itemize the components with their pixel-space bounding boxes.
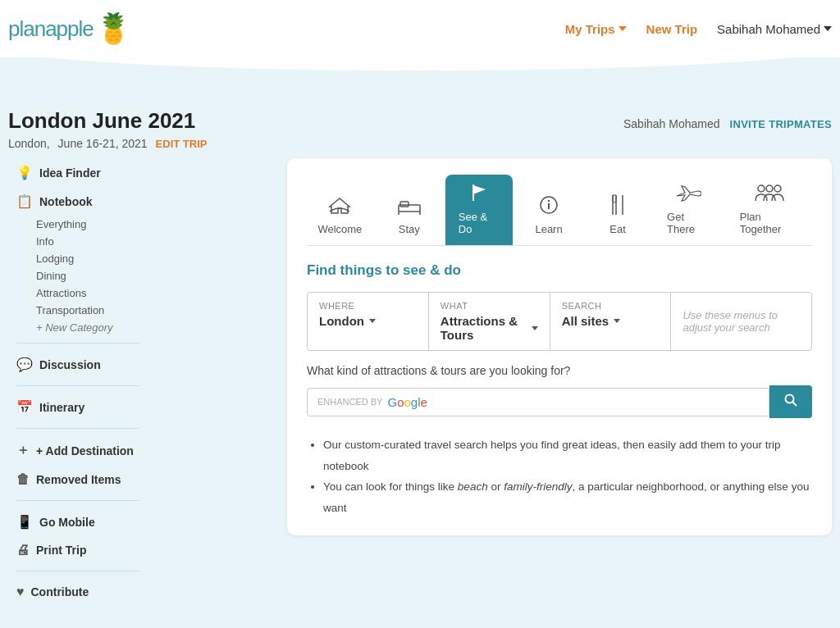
sidebar-sub-transportation[interactable]: Transportation xyxy=(31,302,148,319)
print-icon: 🖨 xyxy=(16,543,30,557)
search-question: What kind of attractions & tours are you… xyxy=(307,364,812,377)
tabs-row: Welcome Stay xyxy=(307,175,812,246)
flag-icon xyxy=(469,183,489,206)
info-bullet-2: You can look for things like beach or fa… xyxy=(323,476,812,518)
sidebar-new-category[interactable]: + New Category xyxy=(31,319,148,336)
nav-right: My Trips New Trip Sabihah Mohamed xyxy=(565,22,832,36)
lightbulb-icon: 💡 xyxy=(16,165,33,180)
svg-rect-1 xyxy=(400,202,409,207)
tab-eat[interactable]: Eat xyxy=(585,185,651,245)
search-value: All sites xyxy=(562,314,660,328)
sidebar-sub-dining[interactable]: Dining xyxy=(31,267,148,284)
new-trip-link[interactable]: New Trip xyxy=(646,22,698,36)
logo-text: planapple xyxy=(8,16,94,42)
tab-plan-together[interactable]: Plan Together xyxy=(727,175,812,245)
sidebar-divider-5 xyxy=(16,571,139,571)
fork-icon xyxy=(609,193,627,218)
what-filter[interactable]: WHAT Attractions & Tours xyxy=(429,293,550,350)
search-input[interactable] xyxy=(432,395,759,408)
heart-icon: ♥ xyxy=(16,585,25,599)
sidebar-item-idea-finder[interactable]: 💡 Idea Finder xyxy=(8,158,148,187)
what-label: WHAT xyxy=(441,301,538,311)
sidebar-sub-everything[interactable]: Everything xyxy=(31,216,148,233)
tab-learn-label: Learn xyxy=(535,223,562,235)
what-value: Attractions & Tours xyxy=(441,314,538,342)
svg-point-14 xyxy=(786,395,794,403)
two-col-layout: 💡 Idea Finder 📋 Notebook Everything Info… xyxy=(8,158,832,606)
where-label: WHERE xyxy=(319,301,417,311)
tab-see-do[interactable]: See & Do xyxy=(445,175,513,245)
enhanced-by-label: ENHANCED BY xyxy=(317,397,382,407)
tab-stay[interactable]: Stay xyxy=(377,189,442,245)
info-bullets: Our custom-curated travel search helps y… xyxy=(307,435,812,519)
sidebar: 💡 Idea Finder 📋 Notebook Everything Info… xyxy=(8,158,148,606)
removed-items-button[interactable]: 🗑 Removed Items xyxy=(8,466,148,494)
bed-icon xyxy=(397,197,422,218)
where-value: London xyxy=(319,314,417,328)
what-chevron-icon xyxy=(532,326,538,330)
main-content: Welcome Stay xyxy=(148,158,832,535)
sidebar-divider-2 xyxy=(16,385,139,386)
notebook-icon: 📋 xyxy=(16,193,33,209)
trash-icon: 🗑 xyxy=(16,472,30,487)
header: planapple 🍍 My Trips New Trip Sabihah Mo… xyxy=(0,0,840,57)
filter-hint: Use these menus to adjust your search xyxy=(671,293,811,350)
svg-point-13 xyxy=(774,185,781,192)
edit-trip-button[interactable]: EDIT TRIP xyxy=(156,138,208,150)
my-trips-link[interactable]: My Trips xyxy=(565,22,627,36)
tab-eat-label: Eat xyxy=(609,223,626,235)
logo-icon: 🍍 xyxy=(95,11,132,46)
tab-welcome[interactable]: Welcome xyxy=(307,189,373,245)
logo[interactable]: planapple 🍍 xyxy=(8,11,132,46)
sidebar-divider-1 xyxy=(16,343,139,344)
search-button[interactable] xyxy=(769,385,812,418)
invite-tripmates-button[interactable]: INVITE TRIPMATES xyxy=(730,118,832,130)
user-menu[interactable]: Sabihah Mohamed xyxy=(717,22,832,36)
contribute-button[interactable]: ♥ Contribute xyxy=(8,578,148,606)
sidebar-item-discussion[interactable]: 💬 Discussion xyxy=(8,350,148,379)
tab-welcome-label: Welcome xyxy=(317,223,362,235)
tab-see-do-label: See & Do xyxy=(459,211,500,235)
search-input-wrapper: ENHANCED BY Google xyxy=(307,388,769,416)
sidebar-item-notebook[interactable]: 📋 Notebook xyxy=(8,187,148,216)
info-icon xyxy=(539,195,559,218)
sidebar-notebook-section: 📋 Notebook Everything Info Lodging Dinin… xyxy=(8,187,148,336)
go-mobile-button[interactable]: 📱 Go Mobile xyxy=(8,507,148,536)
tab-get-there[interactable]: Get There xyxy=(654,176,724,245)
svg-rect-0 xyxy=(399,205,420,212)
info-bullet-1: Our custom-curated travel search helps y… xyxy=(323,435,812,476)
sidebar-divider-4 xyxy=(16,500,139,501)
plane-icon xyxy=(675,184,701,206)
search-filters: WHERE London WHAT Attractions & Tours xyxy=(307,292,812,351)
welcome-icon xyxy=(328,197,351,218)
search-label: SEARCH xyxy=(562,301,660,311)
trip-owner: Sabihah Mohamed xyxy=(623,117,720,130)
chevron-down-icon xyxy=(824,26,832,31)
plus-icon: ＋ xyxy=(16,442,30,459)
search-input-row: ENHANCED BY Google xyxy=(307,385,812,418)
print-trip-button[interactable]: 🖨 Print Trip xyxy=(8,536,148,564)
where-filter[interactable]: WHERE London xyxy=(308,293,429,350)
add-destination-button[interactable]: ＋ + Add Destination xyxy=(8,435,148,466)
chevron-down-icon xyxy=(619,26,627,31)
discussion-icon: 💬 xyxy=(16,357,33,372)
svg-point-7 xyxy=(548,200,550,202)
where-chevron-icon xyxy=(369,319,376,323)
mobile-icon: 📱 xyxy=(16,514,33,530)
tab-stay-label: Stay xyxy=(399,223,420,235)
calendar-icon: 📅 xyxy=(16,399,33,415)
tab-learn[interactable]: Learn xyxy=(516,187,582,245)
google-text: Google xyxy=(387,395,427,409)
svg-point-11 xyxy=(758,185,765,192)
sidebar-sub-info[interactable]: Info xyxy=(31,233,148,250)
svg-line-15 xyxy=(793,403,797,407)
people-icon xyxy=(755,183,784,206)
search-site-filter[interactable]: SEARCH All sites xyxy=(550,293,672,350)
sidebar-item-itinerary[interactable]: 📅 Itinerary xyxy=(8,393,148,421)
svg-point-12 xyxy=(766,185,773,192)
tab-get-there-label: Get There xyxy=(667,211,710,235)
sidebar-sub-lodging[interactable]: Lodging xyxy=(31,250,148,267)
content-panel: Welcome Stay xyxy=(287,158,832,535)
search-section-title: Find things to see & do xyxy=(307,262,812,279)
sidebar-sub-attractions[interactable]: Attractions xyxy=(31,284,148,302)
